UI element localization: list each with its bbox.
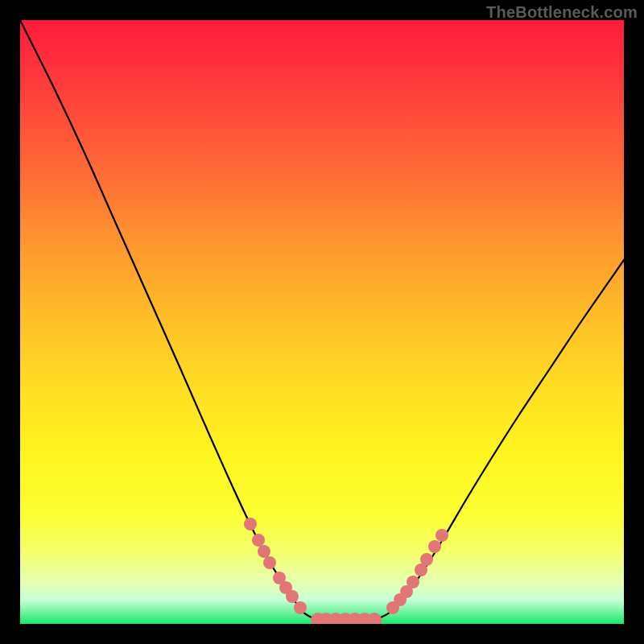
marker-side [428, 540, 441, 553]
curve-svg [20, 20, 624, 624]
marker-side [244, 518, 257, 530]
chart-frame: TheBottleneck.com [0, 0, 644, 644]
marker-side [286, 590, 299, 603]
marker-side [263, 556, 276, 569]
watermark-label: TheBottleneck.com [486, 3, 638, 22]
marker-floor [367, 613, 382, 624]
marker-side [436, 529, 448, 542]
marker-side [407, 576, 419, 588]
marker-side [294, 601, 307, 614]
plot-area [20, 20, 624, 624]
left-curve [20, 20, 318, 620]
marker-side [420, 553, 433, 566]
right-curve [374, 260, 624, 620]
